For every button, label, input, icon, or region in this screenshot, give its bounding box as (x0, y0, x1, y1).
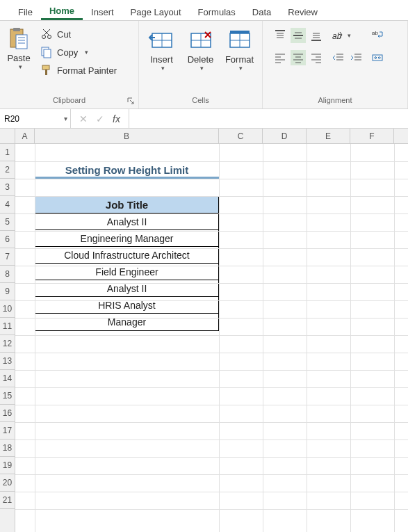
row-header-13[interactable]: 13 (0, 353, 15, 370)
row-header-3[interactable]: 3 (0, 179, 15, 196)
row-header-8[interactable]: 8 (0, 266, 15, 283)
svg-line-9 (43, 29, 49, 35)
svg-point-7 (48, 35, 51, 39)
chevron-down-icon: ▾ (348, 32, 351, 39)
name-box[interactable]: ▾ (0, 109, 71, 128)
sheet-title: Setting Row Height Limit (35, 163, 219, 179)
select-all-corner[interactable] (0, 129, 15, 144)
cells-group-label: Cells (139, 95, 262, 107)
wrap-text-icon: ab (371, 29, 384, 42)
alignment-group-label: Alignment (263, 95, 407, 107)
grid[interactable]: ABCDEF Setting Row Height Limit Job Titl… (15, 129, 408, 532)
align-bottom-icon[interactable] (309, 28, 324, 43)
row-header-19[interactable]: 19 (0, 457, 15, 474)
wrap-text-button[interactable]: ab (371, 28, 384, 43)
col-header-B[interactable]: B (35, 129, 219, 143)
col-header-C[interactable]: C (219, 129, 263, 143)
col-header-D[interactable]: D (263, 129, 307, 143)
table-row: Cloud Infrastructure Architect (35, 247, 218, 264)
row-header-7[interactable]: 7 (0, 248, 15, 266)
formula-input[interactable] (129, 109, 408, 128)
row-header-16[interactable]: 16 (0, 405, 15, 422)
chevron-down-icon: ▾ (19, 63, 22, 70)
fx-icon[interactable]: fx (113, 113, 120, 124)
format-cells-button[interactable]: Format ▾ (223, 28, 256, 93)
align-top-icon[interactable] (272, 28, 288, 43)
insert-cells-icon (148, 28, 176, 53)
paintbrush-icon (40, 64, 53, 76)
tab-formulas[interactable]: Formulas (190, 3, 244, 20)
insert-label: Insert (150, 54, 173, 65)
cut-button[interactable]: Cut (38, 26, 120, 42)
align-left-icon[interactable] (272, 50, 288, 65)
cancel-formula-icon[interactable]: ✕ (79, 113, 88, 124)
table-row: Manager (35, 314, 218, 330)
row-header-21[interactable]: 21 (0, 492, 15, 509)
format-painter-button[interactable]: Format Painter (38, 63, 120, 78)
align-middle-icon[interactable] (291, 28, 306, 43)
increase-indent-icon[interactable] (349, 50, 364, 65)
svg-rect-23 (230, 31, 250, 33)
paste-button[interactable]: Paste ▾ (4, 24, 33, 93)
row-header-12[interactable]: 12 (0, 335, 15, 353)
painter-label: Format Painter (57, 65, 117, 76)
row-header-20[interactable]: 20 (0, 474, 15, 492)
clipboard-group: Paste ▾ Cut Copy ▾ Format Painter C (0, 21, 139, 108)
align-right-icon[interactable] (309, 50, 324, 65)
tab-page-layout[interactable]: Page Layout (122, 3, 190, 20)
row-header-14[interactable]: 14 (0, 370, 15, 387)
paste-icon (8, 26, 30, 51)
chevron-down-icon: ▾ (85, 49, 88, 56)
delete-cells-button[interactable]: Delete ▾ (184, 28, 218, 93)
svg-point-6 (42, 35, 46, 39)
col-headers: ABCDEF (15, 129, 408, 144)
orientation-icon: ab (331, 29, 343, 42)
row-header-4[interactable]: 4 (0, 196, 15, 213)
chevron-down-icon[interactable]: ▾ (64, 115, 67, 122)
col-header-F[interactable]: F (350, 129, 394, 143)
decrease-indent-icon[interactable] (331, 50, 346, 65)
merge-center-button[interactable] (371, 50, 384, 65)
copy-button[interactable]: Copy ▾ (38, 45, 120, 60)
row-header-15[interactable]: 15 (0, 387, 15, 405)
dialog-launcher-icon[interactable] (126, 96, 136, 106)
alignment-group: ab ▾ ab Alignment (263, 21, 408, 108)
cut-label: Cut (57, 29, 71, 40)
tab-home[interactable]: Home (41, 1, 83, 20)
tab-file[interactable]: File (10, 3, 41, 20)
svg-text:ab: ab (372, 30, 378, 36)
paste-label: Paste (7, 53, 30, 63)
svg-rect-13 (45, 70, 47, 75)
chevron-down-icon: ▾ (200, 65, 204, 72)
col-header-E[interactable]: E (307, 129, 350, 143)
table-row: Analyst II (35, 213, 218, 230)
chevron-down-icon: ▾ (239, 65, 243, 72)
row-header-1[interactable]: 1 (0, 144, 15, 161)
row-header-18[interactable]: 18 (0, 440, 15, 457)
row-header-17[interactable]: 17 (0, 422, 15, 440)
insert-cells-button[interactable]: Insert ▾ (145, 28, 179, 93)
row-header-2[interactable]: 2 (0, 161, 15, 179)
merge-icon (371, 51, 384, 64)
enter-formula-icon[interactable]: ✓ (96, 113, 104, 124)
sheet-area: 123456789101112131415161718192021 ABCDEF… (0, 129, 408, 532)
delete-label: Delete (188, 54, 214, 65)
align-center-icon[interactable] (291, 50, 306, 65)
copy-icon (40, 46, 53, 58)
tab-review[interactable]: Review (279, 3, 326, 20)
formula-bar: ▾ ✕ ✓ fx (0, 109, 408, 129)
tab-data[interactable]: Data (244, 3, 279, 20)
table-row: HRIS Analyst (35, 297, 218, 314)
row-header-6[interactable]: 6 (0, 231, 15, 248)
row-header-5[interactable]: 5 (0, 213, 15, 231)
col-header-A[interactable]: A (15, 129, 35, 143)
cells-group: Insert ▾ Delete ▾ Format ▾ Cells (139, 21, 263, 108)
table-header: Job Title (35, 197, 218, 213)
row-header-9[interactable]: 9 (0, 283, 15, 300)
orientation-button[interactable]: ab ▾ (331, 28, 364, 43)
tab-insert[interactable]: Insert (83, 3, 122, 20)
row-header-10[interactable]: 10 (0, 300, 15, 318)
row-header-11[interactable]: 11 (0, 318, 15, 335)
name-box-input[interactable] (4, 114, 46, 124)
scissors-icon (40, 28, 53, 40)
